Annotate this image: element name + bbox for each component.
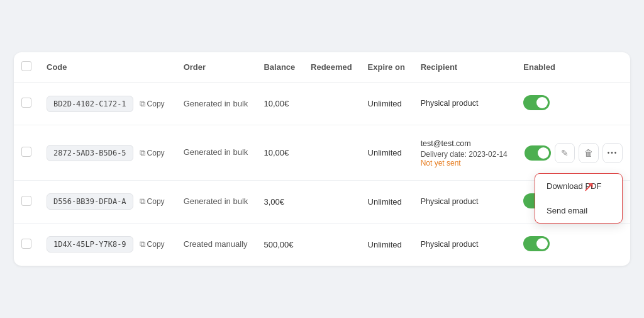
expire-value: Unlimited [368,148,402,157]
delete-button[interactable]: 🗑 [579,143,599,163]
delete-icon: 🗑 [584,148,593,158]
header-redeemed: Redeemed [303,52,360,82]
row-checkbox[interactable] [21,147,31,157]
code-value: BD2D-4102-C172-1 [47,96,133,112]
table-header-row: Code Order Balance Redeemed Expire on Re… [14,52,630,82]
toggle-check-icon: ✓ [541,240,546,247]
code-cell: 1D4X-45LP-Y7K8-9 ⧉ Copy [39,223,176,266]
redeemed-cell [303,125,360,181]
row-checkbox-cell [14,82,39,125]
expire-cell: Unlimited [360,125,413,181]
gift-cards-table: Code Order Balance Redeemed Expire on Re… [14,52,630,266]
edit-button[interactable]: ✎ [555,143,575,163]
table-row: 2872-5AD3-B5D6-5 ⧉ Copy Generated in bul… [14,125,630,181]
row-checkbox-cell [14,223,39,266]
code-cell: 2872-5AD3-B5D6-5 ⧉ Copy [39,125,176,181]
copy-button[interactable]: ⧉ Copy [137,195,167,208]
expire-cell: Unlimited [360,180,413,223]
balance-cell: 500,00€ [256,223,303,266]
copy-label: Copy [147,149,165,157]
balance-value: 500,00€ [264,240,293,249]
balance-cell: 10,00€ [256,125,303,181]
balance-cell: 10,00€ [256,82,303,125]
order-cell: Generated in bulk [176,82,257,125]
header-order: Order [176,52,257,82]
enabled-toggle[interactable]: ✓ [525,145,551,161]
row-checkbox[interactable] [21,98,31,108]
header-enabled: Enabled [516,52,630,82]
copy-label: Copy [147,240,165,249]
enabled-cell: ✓ [516,223,630,266]
code-value: D556-BB39-DFDA-A [47,193,133,210]
recipient-value: Physical product [421,99,479,108]
redeemed-cell [303,223,360,266]
row-checkbox[interactable] [21,196,31,206]
copy-label: Copy [147,197,165,206]
recipient-cell: Physical product [413,223,516,266]
balance-cell: 3,00€ [256,180,303,223]
order-value: Generated in bulk [184,147,248,157]
balance-value: 3,00€ [264,197,284,207]
copy-icon: ⧉ [140,99,145,109]
copy-label: Copy [147,99,165,108]
order-value: Generated in bulk [184,196,248,206]
row-checkbox-cell [14,180,39,223]
row-checkbox[interactable] [21,239,31,249]
table-row: BD2D-4102-C172-1 ⧉ Copy Generated in bul… [14,82,630,125]
copy-button[interactable]: ⧉ Copy [137,238,167,251]
order-cell: Created manually [176,223,257,266]
delivery-date: Delivery date: 2023-02-14 [421,150,509,159]
code-cell: BD2D-4102-C172-1 ⧉ Copy [39,82,176,125]
dots-icon: ••• [608,149,618,156]
recipient-cell: test@test.com Delivery date: 2023-02-14 … [413,125,516,181]
expire-cell: Unlimited [360,82,413,125]
header-code: Code [39,52,176,82]
more-actions-button[interactable]: ••• [602,143,623,163]
recipient-value: Physical product [421,240,479,249]
copy-button[interactable]: ⧉ Copy [137,98,167,110]
edit-icon: ✎ [561,148,569,158]
order-cell: Generated in bulk [176,180,257,223]
code-value: 1D4X-45LP-Y7K8-9 [47,236,133,253]
enabled-toggle[interactable]: ✓ [523,236,550,251]
recipient-email: test@test.com [421,138,509,150]
order-value: Created manually [184,239,248,249]
copy-icon: ⧉ [140,239,145,249]
header-balance: Balance [256,52,303,82]
redeemed-cell [303,180,360,223]
header-expire-on: Expire on [360,52,413,82]
arrow-indicator: ↗ [583,179,594,195]
enabled-toggle[interactable]: ✓ [523,95,550,110]
copy-icon: ⧉ [140,196,145,207]
enabled-cell: ✓ [516,82,630,125]
code-cell: D556-BB39-DFDA-A ⧉ Copy [39,180,176,223]
expire-cell: Unlimited [360,223,413,266]
toggle-check-icon: ✓ [542,149,547,156]
recipient-cell: Physical product [413,82,516,125]
enabled-cell: ✓ ✎ 🗑 ••• ↗ Download PDF Send email [516,125,630,181]
balance-value: 10,00€ [264,148,289,157]
table-row: 1D4X-45LP-Y7K8-9 ⧉ Copy Created manually… [14,223,630,266]
redeemed-cell [303,82,360,125]
recipient-value: Physical product [421,197,479,206]
toggle-check-icon: ✓ [541,99,546,106]
select-all-checkbox[interactable] [21,61,31,71]
expire-value: Unlimited [368,197,402,207]
not-yet-sent-label: Not yet sent [421,159,509,168]
order-value: Generated in bulk [184,99,248,108]
balance-value: 10,00€ [264,99,289,108]
actions-dropdown: ↗ Download PDF Send email [535,173,623,224]
row-checkbox-cell [14,125,39,181]
expire-value: Unlimited [368,99,402,108]
recipient-cell: Physical product [413,180,516,223]
send-email-item[interactable]: Send email [535,198,622,223]
header-recipient: Recipient [413,52,516,82]
order-cell: Generated in bulk [176,125,257,181]
copy-button[interactable]: ⧉ Copy [137,147,167,159]
code-value: 2872-5AD3-B5D6-5 [47,145,133,161]
copy-icon: ⧉ [140,148,145,158]
actions-cell: ✓ ✎ 🗑 ••• ↗ Download PDF Send email [523,143,623,163]
header-checkbox-col [14,52,39,82]
download-pdf-item[interactable]: Download PDF [535,174,622,198]
expire-value: Unlimited [368,240,402,249]
